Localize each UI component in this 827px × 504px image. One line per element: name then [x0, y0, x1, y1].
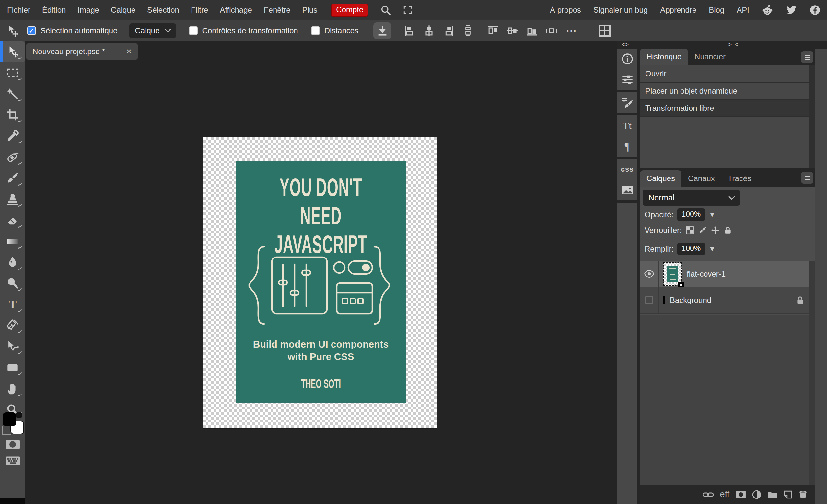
tool-eyedropper[interactable] [0, 125, 25, 146]
tool-dodge[interactable] [0, 273, 25, 294]
link-signaler-un-bug[interactable]: Signaler un bug [593, 5, 648, 14]
tab-traces[interactable]: Tracés [721, 170, 758, 187]
css-icon[interactable]: css [617, 162, 637, 177]
new-layer-icon[interactable] [783, 490, 792, 499]
info-icon[interactable] [617, 52, 637, 66]
history-scrollbar[interactable] [809, 65, 815, 168]
tool-type[interactable]: T [0, 294, 25, 315]
adjustment-icon[interactable] [752, 490, 761, 499]
align-top-icon[interactable] [487, 25, 499, 37]
tool-spot-heal[interactable] [0, 146, 25, 167]
layer-thumbnail[interactable] [663, 262, 682, 286]
menu-filtre[interactable]: Filtre [191, 5, 208, 14]
tool-clone-stamp[interactable] [0, 189, 25, 210]
tool-path-select[interactable] [0, 336, 25, 357]
distribute-h-icon[interactable] [546, 25, 557, 37]
layer-thumbnail[interactable] [663, 297, 665, 303]
link-blog[interactable]: Blog [709, 5, 724, 14]
image-icon[interactable] [617, 183, 637, 197]
account-button[interactable]: Compte [331, 4, 369, 16]
character-icon[interactable]: Tt [617, 118, 637, 133]
quick-mask-button[interactable] [5, 440, 20, 449]
lock-transparency-icon[interactable] [686, 226, 694, 235]
tool-move[interactable] [0, 41, 25, 62]
fill-slider-icon[interactable] [709, 245, 716, 253]
default-colors-icon[interactable] [15, 412, 22, 418]
facebook-icon[interactable] [810, 5, 821, 15]
delete-icon[interactable] [798, 490, 808, 499]
collapse-strip-button[interactable]: <> [622, 42, 629, 48]
menu-affichage[interactable]: Affichage [220, 5, 252, 14]
menu-image[interactable]: Image [78, 5, 99, 14]
tool-crop[interactable] [0, 104, 25, 125]
layer-row-flat-cover-1[interactable]: flat-cover-1 [640, 261, 809, 287]
layer-row-background[interactable]: Background [640, 287, 809, 313]
fullscreen-icon[interactable] [403, 5, 412, 15]
layers-menu-icon[interactable] [801, 172, 813, 184]
opacity-slider-icon[interactable] [709, 211, 716, 219]
visibility-cell[interactable] [640, 261, 659, 287]
mask-icon[interactable] [736, 491, 746, 499]
close-icon[interactable]: × [127, 47, 132, 56]
twitter-icon[interactable] [785, 5, 797, 15]
fill-value[interactable]: 100% [677, 243, 705, 255]
tab-nuancier[interactable]: Nuancier [688, 49, 732, 65]
document-tab[interactable]: Nouveau projet.psd * × [26, 43, 138, 60]
tool-magic-wand[interactable] [0, 83, 25, 104]
tab-canaux[interactable]: Canaux [681, 170, 721, 187]
adjust-brush-icon[interactable] [617, 96, 637, 110]
color-swatches[interactable] [3, 412, 23, 436]
opacity-value[interactable]: 100% [677, 208, 705, 221]
distribute-v-icon[interactable] [462, 25, 474, 37]
history-entry-ouvrir[interactable]: Ouvrir [640, 65, 809, 83]
visibility-cell[interactable] [640, 287, 659, 313]
tool-blur[interactable] [0, 252, 25, 273]
align-center-h-icon[interactable] [423, 25, 435, 37]
blend-mode-dropdown[interactable]: Normal [643, 190, 740, 206]
tool-brush[interactable] [0, 167, 25, 189]
align-bottom-icon[interactable] [526, 25, 538, 37]
menu-edition[interactable]: Édition [42, 5, 66, 14]
search-icon[interactable] [380, 5, 391, 15]
grid-icon[interactable] [598, 24, 611, 37]
tool-marquee-select[interactable] [0, 62, 25, 83]
keyboard-shortcuts-button[interactable] [5, 455, 20, 466]
folder-icon[interactable] [767, 490, 777, 499]
canvas-document[interactable]: YOU DON'T NEED JAVASCRIPT Build modern U… [203, 137, 437, 428]
layers-scrollbar[interactable] [809, 261, 815, 485]
tool-gradient[interactable] [0, 231, 25, 252]
link-api[interactable]: API [737, 5, 749, 14]
distances-checkbox[interactable] [311, 26, 320, 35]
tab-calques[interactable]: Calques [640, 170, 681, 187]
paragraph-icon[interactable]: ¶ [617, 139, 637, 154]
tool-rectangle-shape[interactable] [0, 357, 25, 378]
auto-select-checkbox[interactable] [27, 26, 36, 35]
menu-plus[interactable]: Plus [302, 5, 318, 14]
transform-controls-checkbox[interactable] [189, 26, 198, 35]
history-menu-icon[interactable] [801, 51, 813, 63]
export-button[interactable] [373, 22, 391, 39]
collapse-panel-button[interactable]: > < [728, 42, 738, 48]
target-select-dropdown[interactable]: Calque [129, 23, 176, 38]
reddit-icon[interactable] [762, 5, 773, 15]
lock-all-icon[interactable] [724, 226, 732, 235]
link-a-propos[interactable]: À propos [550, 5, 581, 14]
align-middle-icon[interactable] [507, 25, 519, 37]
foreground-color-swatch[interactable] [3, 412, 16, 426]
lock-position-icon[interactable] [711, 226, 719, 235]
align-right-icon[interactable] [443, 25, 454, 37]
link-icon[interactable] [702, 491, 714, 498]
menu-selection[interactable]: Sélection [147, 5, 179, 14]
menu-fichier[interactable]: Fichier [7, 5, 31, 14]
effects-button[interactable]: eff [720, 490, 729, 499]
tab-historique[interactable]: Historique [640, 49, 688, 65]
link-apprendre[interactable]: Apprendre [660, 5, 696, 14]
tool-pen[interactable] [0, 315, 25, 336]
menu-fenetre[interactable]: Fenêtre [264, 5, 291, 14]
more-options-button[interactable]: ... [567, 26, 577, 36]
tool-hand[interactable] [0, 378, 25, 399]
adjustments-icon[interactable] [617, 72, 637, 87]
history-entry-placer[interactable]: Placer un objet dynamique [640, 83, 809, 100]
swap-colors-icon[interactable] [2, 426, 11, 435]
menu-calque[interactable]: Calque [111, 5, 136, 14]
